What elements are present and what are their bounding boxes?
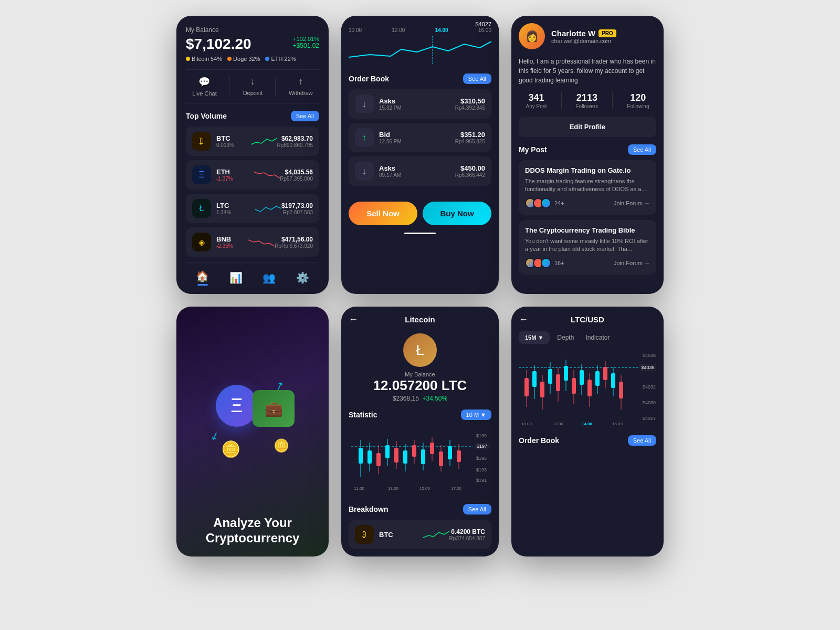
stat-followers: 2113 Followers (575, 92, 598, 109)
tf-indicator[interactable]: Indicator (581, 331, 614, 344)
ltcusd-order-book: Order Book See All (519, 435, 656, 446)
tf-depth[interactable]: Depth (553, 331, 578, 344)
svg-text:$199: $199 (476, 433, 487, 438)
nav-home[interactable]: 🏠 (196, 270, 209, 286)
top-volume-header: Top Volume See All (186, 111, 319, 121)
svg-text:16.00: 16.00 (612, 422, 623, 426)
svg-rect-62 (587, 380, 592, 396)
buy-now-button[interactable]: Buy Now (423, 202, 491, 225)
ltc-list-item[interactable]: Ł LTC 1.34% $197,73.00 Rp2.807.583 (186, 194, 319, 223)
livechat-action[interactable]: 💬 Live Chat (192, 76, 216, 97)
profile-avatar: 👩 (519, 23, 545, 49)
btc-sparkline (251, 135, 277, 148)
ltcusd-card: ← LTC/USD 15M ▼ Depth Indicator $4038 $4… (511, 307, 664, 556)
price-chart-area: $4027 10.00 12.00 14.00 16.00 (341, 16, 499, 67)
ltc-sparkline (255, 202, 281, 215)
tf-15m[interactable]: 15M ▼ (519, 331, 550, 344)
svg-text:17.00: 17.00 (451, 486, 462, 491)
ltcusd-back-button[interactable]: ← (519, 314, 528, 325)
order-book-header: Order Book See All (349, 74, 491, 84)
ltc-icon: Ł (192, 199, 211, 218)
svg-text:11.00: 11.00 (354, 486, 365, 491)
svg-text:13.00: 13.00 (388, 486, 399, 491)
my-post-see-all[interactable]: See All (628, 144, 656, 155)
svg-text:$4032: $4032 (643, 384, 656, 390)
breakdown-btc-icon: ₿ (355, 525, 374, 544)
svg-rect-48 (532, 371, 537, 387)
ltc-balance-label: My Balance (349, 371, 491, 377)
litecoin-title: Litecoin (363, 315, 477, 324)
coins-illustration-2: 🪙 (274, 438, 289, 453)
nav-chart[interactable]: 📊 (229, 271, 243, 284)
chart-icon: 📊 (229, 271, 243, 284)
btc-icon: ₿ (192, 132, 211, 151)
breakdown-see-all[interactable]: See All (463, 504, 491, 514)
sell-now-button[interactable]: Sell Now (349, 202, 417, 225)
svg-text:$193: $193 (476, 467, 487, 472)
order-asks-2[interactable]: ↓ Asks 09.17 AM $450.00 Rp6.366.442 (349, 156, 491, 186)
ltcusd-chart-wrapper: $4038 $4035 $4032 $4030 $4027 $4035 (519, 349, 656, 435)
order-book-section: Order Book See All ↓ Asks 15.32 PM $310,… (341, 67, 499, 196)
bid-icon-1: ↑ (355, 128, 374, 147)
post-card-2[interactable]: The Cryptocurrency Trading Bible You don… (519, 220, 656, 275)
svg-rect-14 (376, 453, 381, 466)
order-bid-1[interactable]: ↑ Bid 12.56 PM $351.20 Rp4.965.825 (349, 123, 491, 152)
ltcusd-orderbook-header: Order Book See All (519, 435, 656, 446)
svg-rect-54 (556, 374, 560, 391)
litecoin-back-button[interactable]: ← (349, 314, 358, 325)
svg-rect-24 (421, 449, 425, 464)
svg-rect-64 (595, 371, 600, 386)
profile-card: 👩 Charlotte W PRO char.well@domain.com H… (511, 16, 664, 294)
svg-text:14.00: 14.00 (582, 422, 593, 426)
order-asks-1[interactable]: ↓ Asks 15.32 PM $310,50 Rp4.392.845 (349, 89, 491, 119)
deposit-action[interactable]: ↓ Deposit (243, 76, 262, 97)
coin-distribution: Bitcoin 54% Doge 32% ETH 22% (186, 56, 319, 62)
svg-text:10.00: 10.00 (521, 422, 532, 426)
nav-settings[interactable]: ⚙️ (296, 271, 309, 284)
top-volume-see-all[interactable]: See All (291, 111, 319, 121)
promo-illustration: Ξ 💼 🪙 🪙 ↗ ↗ (187, 317, 318, 516)
btc-list-item[interactable]: ₿ BTC 0.019% $62,983.70 Rp890.869.795 (186, 127, 319, 156)
eth-list-item[interactable]: Ξ ETH -1.37% $4,035.56 Rp57.395.000 (186, 160, 319, 190)
svg-rect-18 (394, 448, 398, 463)
breakdown-btc[interactable]: ₿ BTC 0.4200 BTC Rp374.654.887 (349, 520, 491, 549)
bnb-sparkline (248, 236, 275, 248)
svg-rect-60 (580, 370, 584, 385)
join-forum-2[interactable]: Join Forum → (614, 260, 650, 266)
bnb-list-item[interactable]: ◈ BNB -2.35% $471,56.00 RpRp 6.673.920 (186, 227, 319, 257)
edit-profile-button[interactable]: Edit Profile (519, 117, 656, 137)
withdraw-action[interactable]: ↑ Withdraw (289, 76, 313, 97)
svg-rect-66 (603, 367, 607, 380)
my-post-header: My Post See All (519, 144, 656, 155)
post-card-1[interactable]: DDOS Margin Trading on Gate.io The margi… (519, 160, 656, 215)
sell-buy-buttons: Sell Now Buy Now (341, 196, 499, 233)
svg-rect-12 (368, 450, 372, 464)
stats-row: 341 Any Post 2113 Followers 120 Followin… (519, 92, 656, 109)
bnb-icon: ◈ (192, 233, 211, 251)
btc-dist: Bitcoin 54% (186, 56, 222, 62)
asks-icon-2: ↓ (355, 162, 374, 181)
svg-text:$195: $195 (476, 456, 487, 461)
svg-rect-28 (439, 452, 443, 466)
svg-text:$4030: $4030 (643, 400, 656, 405)
my-post-section: My Post See All DDOS Margin Trading on G… (519, 144, 656, 275)
timeframe-tabs: 15M ▼ Depth Indicator (519, 331, 656, 344)
svg-rect-32 (457, 450, 461, 462)
svg-rect-70 (619, 382, 623, 398)
timeframe-button[interactable]: 10 M ▼ (461, 410, 491, 420)
join-forum-1[interactable]: Join Forum → (614, 200, 650, 206)
promo-title: Analyze Your Cryptocurrency (187, 516, 318, 546)
community-icon: 👥 (262, 271, 276, 284)
price-chart-svg (349, 36, 491, 65)
svg-text:$197: $197 (477, 444, 487, 449)
post-avatars-1 (525, 198, 551, 208)
profile-bio: Hello, I am a professional trader who ha… (519, 57, 656, 85)
litecoin-header: ← Litecoin (349, 314, 491, 325)
ltc-balance-amount: 12.057200 LTC (349, 377, 491, 394)
order-book-see-all[interactable]: See All (463, 74, 491, 84)
ltcusd-see-all[interactable]: See All (628, 435, 656, 446)
nav-community[interactable]: 👥 (262, 271, 276, 284)
svg-rect-22 (412, 445, 416, 457)
stat-divider-1 (561, 92, 562, 109)
svg-rect-46 (524, 378, 529, 396)
